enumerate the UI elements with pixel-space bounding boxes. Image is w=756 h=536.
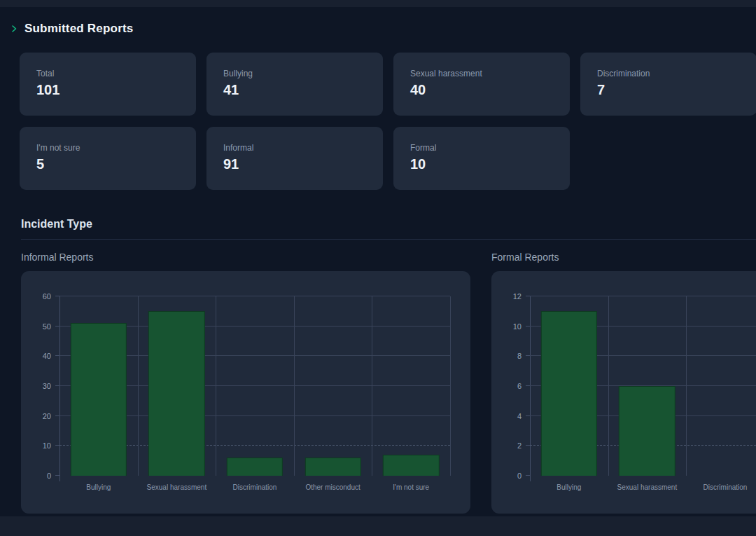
section-header[interactable]: Submitted Reports xyxy=(10,22,133,36)
y-tick-label: 10 xyxy=(513,322,522,331)
bar xyxy=(148,311,204,476)
stat-card-label: Sexual harassment xyxy=(410,69,553,78)
stat-card-label: Informal xyxy=(223,143,366,153)
bar xyxy=(227,458,283,476)
y-tick-label: 30 xyxy=(43,382,51,390)
stat-card-value: 91 xyxy=(223,156,366,172)
y-tick-label: 0 xyxy=(517,472,522,480)
x-category-label: I'm not sure xyxy=(372,483,450,491)
bar xyxy=(383,455,439,476)
y-tick-label: 10 xyxy=(43,441,51,450)
informal-reports-chart: 0102030405060BullyingSexual harassmentDi… xyxy=(21,271,470,514)
stat-card: Sexual harassment40 xyxy=(393,53,570,116)
stat-card: Informal91 xyxy=(206,127,383,190)
formal-reports-chart: 024681012BullyingSexual harassmentDiscri… xyxy=(491,271,756,514)
chart-title-informal: Informal Reports xyxy=(21,252,93,263)
stat-card: Total101 xyxy=(20,53,196,116)
bar xyxy=(304,458,360,476)
stat-card-label: Formal xyxy=(410,143,553,153)
section-divider xyxy=(21,239,756,240)
y-tick-label: 4 xyxy=(517,412,522,420)
bar-column xyxy=(138,296,216,476)
stat-card-value: 101 xyxy=(36,82,179,98)
stat-card-label: Total xyxy=(36,69,179,78)
chart-title-formal: Formal Reports xyxy=(491,252,559,263)
x-category-label: Bullying xyxy=(59,483,138,491)
stat-card-value: 7 xyxy=(597,82,740,98)
y-tick-label: 6 xyxy=(517,382,522,390)
stat-card-label: Bullying xyxy=(223,69,366,78)
bar-column xyxy=(530,296,608,476)
section-title: Submitted Reports xyxy=(24,22,133,36)
bar-column xyxy=(59,296,138,476)
bar-column xyxy=(216,296,294,476)
bar xyxy=(619,386,675,476)
bar-column xyxy=(372,296,450,476)
stat-card-value: 41 xyxy=(223,82,366,98)
y-tick-label: 60 xyxy=(43,292,51,301)
summary-cards-grid: Total101Bullying41Sexual harassment40Dis… xyxy=(20,53,756,190)
x-category-label: Sexual harassment xyxy=(138,483,216,491)
x-category-label: Other misconduct xyxy=(294,483,372,491)
vertical-gridline xyxy=(450,296,451,476)
stat-card-value: 40 xyxy=(410,82,553,98)
y-tick-label: 12 xyxy=(513,292,522,301)
plot-area: 0102030405060BullyingSexual harassmentDi… xyxy=(59,296,450,476)
y-tick-label: 2 xyxy=(517,441,522,450)
stat-card: Bullying41 xyxy=(206,53,383,116)
y-tick-label: 0 xyxy=(47,472,51,480)
chevron-right-icon[interactable] xyxy=(10,25,18,33)
y-tick-label: 40 xyxy=(43,352,51,360)
bar-column xyxy=(608,296,687,476)
x-category-label: Bullying xyxy=(530,483,608,491)
stat-card-label: Discrimination xyxy=(597,69,740,78)
x-category-label: Discrimination xyxy=(216,483,294,491)
stat-card-value: 10 xyxy=(410,156,553,172)
incident-type-heading: Incident Type xyxy=(21,218,92,231)
plot-area: 024681012BullyingSexual harassmentDiscri… xyxy=(530,296,756,476)
y-tick-label: 50 xyxy=(43,322,51,331)
bar-column xyxy=(294,296,372,476)
stat-card-value: 5 xyxy=(36,156,179,172)
x-category-label: Discrimination xyxy=(686,483,756,491)
bar xyxy=(71,323,127,476)
stat-card: Formal10 xyxy=(393,127,570,190)
stat-card-label: I'm not sure xyxy=(36,143,179,153)
y-tick-label: 20 xyxy=(43,412,51,420)
x-category-label: Sexual harassment xyxy=(608,483,687,491)
stat-card: I'm not sure5 xyxy=(20,127,196,190)
bar-column xyxy=(686,296,756,476)
y-tick-label: 8 xyxy=(517,352,522,360)
stat-card: Discrimination7 xyxy=(580,53,756,116)
bar xyxy=(541,311,597,476)
